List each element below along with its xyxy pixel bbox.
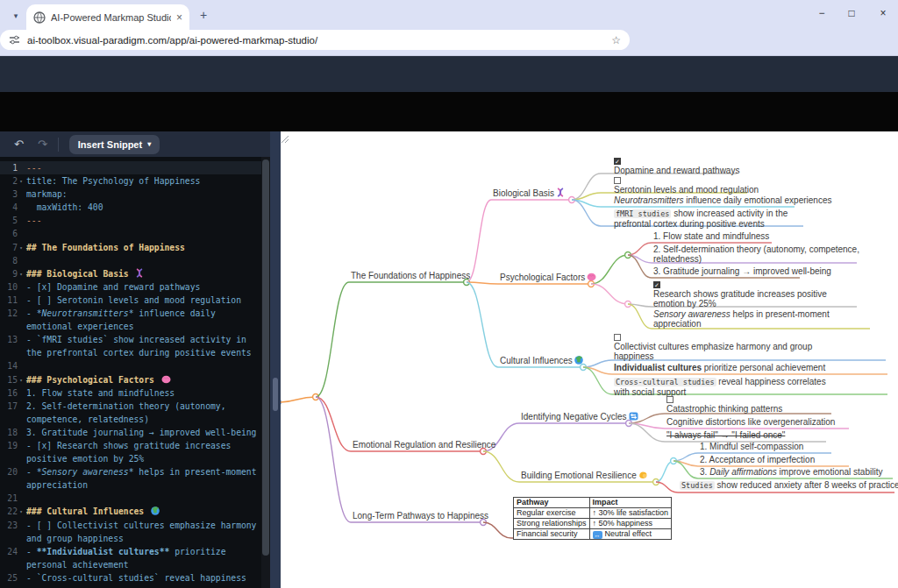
code-segment: appreciation bbox=[26, 480, 88, 490]
window-minimize-button[interactable]: − bbox=[814, 7, 830, 19]
mindmap-node-psy-gratitude[interactable]: 3. Gratitude journaling → improved well-… bbox=[653, 266, 831, 276]
undo-icon[interactable]: ↶ bbox=[14, 138, 24, 151]
mindmap-node-cultural[interactable]: Cultural Influences bbox=[500, 356, 583, 366]
mindmap-node-cul-crosscultural[interactable]: Cross-cultural studies reveal happiness … bbox=[614, 377, 829, 397]
node-label-text: Neurotransmitters bbox=[614, 195, 683, 205]
bookmark-star-icon[interactable]: ☆ bbox=[611, 34, 621, 46]
checkbox-unchecked-icon[interactable] bbox=[614, 177, 621, 184]
mindmap-node-cul-collectivist[interactable]: Collectivist cultures emphasize harmony … bbox=[614, 334, 824, 361]
browser-addressbar: ← → ↻ ai-toolbox.visual-paradigm.com/app… bbox=[0, 30, 898, 56]
tab-search-icon[interactable]: ▾ bbox=[7, 7, 25, 25]
mindmap-node-bld-acceptance[interactable]: 2. Acceptance of imperfection bbox=[700, 455, 815, 464]
mindmap-link-psy-list bbox=[591, 255, 628, 284]
mindmap-node-bio-serotonin[interactable]: Serotonin levels and mood regulation bbox=[614, 177, 759, 195]
pathway-cell: Strong relationships bbox=[514, 519, 590, 529]
line-number bbox=[0, 452, 18, 465]
fold-gutter bbox=[18, 227, 25, 240]
mindmap-node-bld-mindful[interactable]: 1. Mindful self-compassion bbox=[700, 442, 803, 451]
editor-line: 8 bbox=[0, 254, 261, 267]
line-number: 10 bbox=[0, 280, 18, 294]
line-content: and group happiness bbox=[26, 532, 124, 545]
panel-divider[interactable] bbox=[270, 131, 281, 588]
fold-arrow-icon[interactable]: ▾ bbox=[18, 267, 25, 280]
checkbox-unchecked-icon[interactable] bbox=[666, 396, 674, 403]
checkbox-unchecked-icon[interactable] bbox=[614, 334, 621, 341]
redo-icon[interactable]: ↷ bbox=[38, 138, 47, 151]
mindmap-node-neg-alwaysfail[interactable]: "I always fail" → "I failed once" bbox=[666, 430, 785, 440]
line-number: 5 bbox=[0, 214, 18, 227]
panel-divider-handle[interactable] bbox=[273, 378, 278, 411]
checkbox-checked-icon[interactable]: ✓ bbox=[614, 158, 621, 165]
line-number bbox=[0, 532, 18, 545]
mindmap-node-bld-daily[interactable]: 3. Daily affirmations improve emotional … bbox=[700, 467, 882, 477]
node-label-text: 2. Acceptance of imperfection bbox=[700, 455, 815, 464]
mindmap-node-bio-neurotransmitters[interactable]: Neurotransmitters influence daily emotio… bbox=[614, 195, 831, 205]
line-content: - **Individualist cultures** prioritize bbox=[26, 545, 225, 558]
fold-arrow-icon[interactable]: ▾ bbox=[18, 174, 25, 188]
site-settings-icon[interactable] bbox=[9, 34, 20, 46]
fold-arrow-icon[interactable]: ▾ bbox=[18, 241, 25, 254]
mindmap-panel[interactable]: markmap + − The Foundations of Happiness… bbox=[281, 131, 898, 588]
window-close-button[interactable]: × bbox=[875, 7, 891, 19]
editor-scrollbar-thumb[interactable] bbox=[262, 159, 269, 556]
mindmap-node-cul-individualist[interactable]: Individualist cultures prioritize person… bbox=[614, 363, 825, 372]
node-label-text: 3. Gratitude journaling → improved well-… bbox=[653, 266, 831, 276]
line-number: 25 bbox=[0, 571, 18, 584]
mindmap-node-neg-cognitive[interactable]: Cognitive distortions like overgeneraliz… bbox=[666, 417, 835, 427]
mindmap-node-foundations[interactable]: The Foundations of Happiness bbox=[351, 271, 470, 280]
mindmap-node-psychological[interactable]: Psychological Factors bbox=[500, 273, 596, 283]
mindmap-node-emotional[interactable]: Emotional Regulation and Resilience bbox=[353, 440, 495, 450]
line-number: 9 bbox=[0, 267, 18, 280]
editor-line: appreciation bbox=[0, 478, 261, 492]
checkbox-checked-icon[interactable]: ✓ bbox=[653, 281, 660, 288]
tab-title: AI-Powered Markmap Studio bbox=[51, 12, 171, 23]
fold-gutter bbox=[18, 400, 25, 413]
markdown-editor[interactable]: 1---2▾title: The Psychology of Happiness… bbox=[0, 157, 261, 588]
mindmap-node-psy-sdt[interactable]: 2. Self-determination theory (autonomy, … bbox=[653, 244, 860, 264]
brain-icon bbox=[587, 273, 596, 283]
browser-titlebar: ▾ AI-Powered Markmap Studio × + − □ × bbox=[0, 0, 898, 30]
node-label-text: Collectivist cultures emphasize harmony … bbox=[614, 342, 812, 361]
mindmap-node-bld-studies[interactable]: Studies show reduced anxiety after 8 wee… bbox=[680, 480, 898, 491]
code-segment: markmap: bbox=[26, 189, 68, 199]
mindmap-node-building[interactable]: Building Emotional Resilience bbox=[521, 471, 648, 481]
editor-line: 183. Gratitude journaling → improved wel… bbox=[0, 426, 261, 439]
mindmap-node-lt-table[interactable]: PathwayImpactRegular exercise↑ 30% life … bbox=[513, 497, 672, 540]
node-label-text: Research shows gratitude increases posit… bbox=[653, 289, 827, 308]
code-segment: personal achievement bbox=[26, 560, 129, 570]
mindmap-node-psy-sensory[interactable]: Sensory awareness helps in present-momen… bbox=[653, 309, 833, 329]
node-label-text: Biological Basis bbox=[493, 188, 554, 198]
fold-gutter bbox=[18, 558, 25, 571]
code-segment: and group happiness bbox=[26, 534, 124, 543]
window-maximize-button[interactable]: □ bbox=[844, 7, 859, 19]
muscle-icon bbox=[638, 471, 648, 481]
mindmap-node-bio-fmri[interactable]: fMRI studies show increased activity in … bbox=[614, 209, 817, 229]
fold-arrow-icon[interactable]: ▾ bbox=[18, 373, 25, 386]
mindmap-node-biological[interactable]: Biological Basis bbox=[493, 188, 565, 199]
mindmap-node-longterm[interactable]: Long-Term Pathways to Happiness bbox=[353, 511, 488, 521]
line-number: 24 bbox=[0, 545, 18, 558]
url-input[interactable]: ai-toolbox.visual-paradigm.com/app/ai-po… bbox=[0, 30, 630, 50]
editor-line: 10- [x] Dopamine and reward pathways bbox=[0, 280, 261, 294]
mindmap-node-identifying[interactable]: Identifying Negative Cycles bbox=[521, 412, 638, 422]
fold-gutter bbox=[18, 214, 25, 227]
editor-line: 20- *Sensory awareness* helps in present… bbox=[0, 465, 261, 478]
mindmap-node-neg-catastrophic[interactable]: Catastrophic thinking patterns bbox=[666, 396, 782, 414]
mindmap-node-bio-dopamine[interactable]: ✓Dopamine and reward pathways bbox=[614, 158, 739, 175]
mindmap-node-psy-flow[interactable]: 1. Flow state and mindfulness bbox=[653, 231, 769, 241]
node-label-text: Cognitive distortions like overgeneraliz… bbox=[666, 417, 835, 427]
new-tab-button[interactable]: + bbox=[200, 8, 207, 22]
fold-gutter bbox=[18, 359, 25, 372]
node-label-text: Long-Term Pathways to Happiness bbox=[353, 511, 488, 521]
insert-snippet-button[interactable]: Insert Snippet ▾ bbox=[69, 135, 160, 154]
tab-close-icon[interactable]: × bbox=[176, 11, 182, 24]
fold-gutter bbox=[18, 519, 25, 532]
fold-gutter bbox=[18, 307, 25, 320]
editor-line: 4 maxWidth: 400 bbox=[0, 201, 261, 214]
fold-gutter bbox=[18, 413, 25, 426]
code-segment: --- bbox=[26, 163, 42, 173]
mindmap-link-hub bbox=[281, 397, 316, 402]
browser-tab[interactable]: AI-Powered Markmap Studio × bbox=[26, 4, 189, 30]
fold-arrow-icon[interactable]: ▾ bbox=[18, 505, 25, 518]
mindmap-node-psy-research[interactable]: ✓Research shows gratitude increases posi… bbox=[653, 281, 860, 308]
